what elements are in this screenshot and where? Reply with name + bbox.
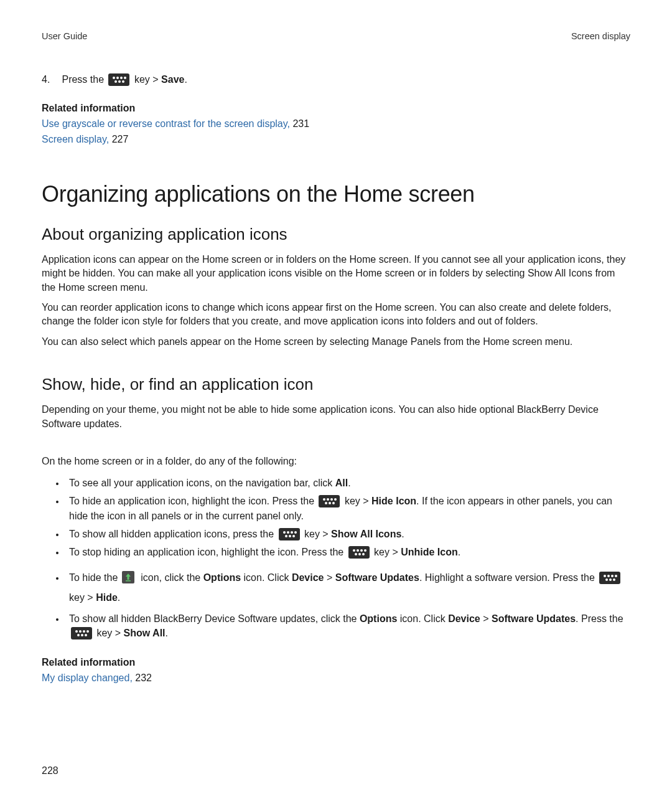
software-update-icon (122, 571, 134, 583)
page-number: 228 (42, 765, 58, 776)
paragraph: You can also select which panels appear … (42, 335, 630, 349)
step-text-mid: key > (134, 74, 161, 85)
svg-point-29 (604, 575, 606, 577)
list-item: To see all your application icons, on th… (65, 476, 630, 490)
menu-key-icon (599, 572, 620, 584)
related-link-line: My display changed, 232 (42, 671, 630, 686)
svg-point-12 (329, 502, 331, 504)
svg-point-27 (362, 553, 365, 555)
instruction-list: To see all your application icons, on th… (42, 476, 630, 640)
section-heading-about: About organizing application icons (42, 225, 630, 244)
svg-point-10 (334, 498, 337, 501)
svg-point-17 (294, 531, 297, 534)
page-title: Organizing applications on the Home scre… (42, 181, 630, 207)
svg-point-32 (615, 575, 617, 577)
header-right: Screen display (571, 31, 630, 41)
list-item: To hide the icon, click the Options icon… (65, 568, 630, 608)
related-link-line: Use grayscale or reverse contrast for th… (42, 116, 630, 132)
section-heading-show-hide: Show, hide, or find an application icon (42, 375, 630, 394)
svg-point-22 (357, 549, 359, 552)
list-item: To hide an application icon, highlight t… (65, 494, 630, 522)
related-info-heading: Related information (42, 103, 630, 114)
related-link-my-display-changed[interactable]: My display changed, (42, 672, 133, 683)
svg-point-24 (364, 549, 366, 552)
related-page: 232 (133, 672, 152, 683)
svg-point-11 (325, 502, 327, 504)
svg-point-20 (292, 535, 295, 537)
paragraph: On the home screen or in a folder, do an… (42, 455, 630, 468)
svg-point-41 (81, 634, 83, 636)
svg-point-38 (83, 630, 85, 633)
menu-key-icon (319, 495, 340, 507)
svg-point-34 (609, 578, 612, 581)
related-page-2: 227 (109, 134, 128, 144)
svg-point-1 (116, 77, 119, 79)
paragraph: You can reorder application icons to cha… (42, 301, 630, 329)
svg-point-8 (327, 498, 329, 501)
svg-point-7 (323, 498, 325, 501)
svg-point-6 (122, 80, 124, 83)
svg-rect-28 (126, 580, 131, 582)
menu-key-icon (108, 73, 129, 86)
svg-point-13 (332, 502, 335, 504)
menu-key-icon (71, 627, 92, 639)
svg-point-25 (355, 553, 357, 555)
svg-point-36 (75, 630, 78, 633)
menu-key-icon (348, 546, 370, 559)
svg-point-3 (124, 77, 126, 79)
page-header: User Guide Screen display (42, 31, 630, 41)
svg-point-37 (79, 630, 82, 633)
step-action: Save (161, 74, 184, 85)
svg-point-14 (283, 531, 286, 534)
related-link-screen-display[interactable]: Screen display, (42, 134, 109, 144)
svg-point-4 (114, 80, 117, 83)
related-link-grayscale[interactable]: Use grayscale or reverse contrast for th… (42, 118, 290, 129)
svg-point-21 (353, 549, 355, 552)
step-4: 4. Press the key > Save. (42, 72, 630, 87)
header-left: User Guide (42, 31, 87, 41)
svg-point-18 (285, 535, 287, 537)
svg-point-26 (358, 553, 361, 555)
svg-point-31 (611, 575, 614, 577)
list-item: To stop hiding an application icon, high… (65, 545, 630, 559)
paragraph: Depending on your theme, you might not b… (42, 403, 630, 431)
svg-point-19 (289, 535, 291, 537)
step-text-end: . (184, 74, 187, 85)
related-link-line: Screen display, 227 (42, 132, 630, 148)
step-number: 4. (42, 72, 59, 87)
svg-point-16 (291, 531, 293, 534)
svg-point-2 (120, 77, 123, 79)
svg-point-40 (77, 634, 80, 636)
menu-key-icon (279, 528, 300, 540)
svg-point-39 (86, 630, 89, 633)
svg-point-23 (360, 549, 363, 552)
list-item: To show all hidden application icons, pr… (65, 527, 630, 541)
svg-point-9 (330, 498, 333, 501)
svg-point-30 (607, 575, 610, 577)
related-info-heading: Related information (42, 657, 630, 668)
paragraph: Application icons can appear on the Home… (42, 253, 630, 295)
svg-point-15 (287, 531, 289, 534)
step-text-pre: Press the (62, 74, 106, 85)
svg-point-35 (613, 578, 615, 581)
svg-point-0 (113, 77, 115, 79)
list-item: To show all hidden BlackBerry Device Sof… (65, 611, 630, 640)
related-page-1: 231 (290, 118, 309, 129)
svg-point-5 (118, 80, 121, 83)
svg-point-42 (85, 634, 87, 636)
svg-point-33 (605, 578, 608, 581)
